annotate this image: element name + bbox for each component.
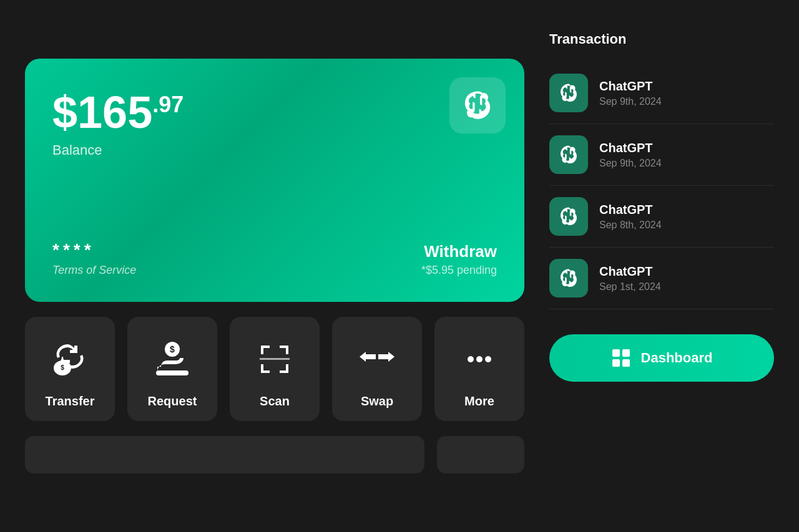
openai-logo-icon — [460, 88, 495, 123]
chatgpt-icon-1 — [549, 74, 588, 112]
terms-of-service: Terms of Service — [52, 264, 136, 277]
scan-icon — [250, 334, 300, 384]
tx-name-3: ChatGPT — [599, 203, 774, 217]
balance-amount: $165.97 — [52, 90, 497, 135]
tx-name-1: ChatGPT — [599, 79, 774, 94]
swap-label: Swap — [361, 394, 393, 409]
bottom-bar — [25, 436, 524, 473]
tx-name-4: ChatGPT — [599, 264, 774, 279]
svg-point-16 — [485, 356, 491, 362]
transaction-info-4: ChatGPT Sep 1st, 2024 — [599, 264, 774, 293]
transfer-icon: $ — [45, 334, 95, 384]
transaction-info-3: ChatGPT Sep 8th, 2024 — [599, 203, 774, 231]
chatgpt-icon-2 — [549, 135, 588, 174]
svg-rect-12 — [286, 364, 288, 373]
chatgpt-icon-3 — [549, 197, 588, 236]
request-button[interactable]: $ Request — [127, 317, 217, 421]
svg-rect-18 — [622, 349, 630, 357]
tx-date-1: Sep 9th, 2024 — [599, 96, 774, 107]
transfer-label: Transfer — [46, 394, 95, 409]
transactions-title: Transaction — [549, 31, 774, 47]
request-label: Request — [148, 394, 197, 409]
svg-text:$: $ — [170, 344, 175, 354]
more-icon — [454, 334, 504, 384]
chatgpt-icon-4 — [549, 259, 588, 297]
dashboard-button[interactable]: Dashboard — [549, 334, 774, 382]
more-button[interactable]: More — [434, 317, 524, 421]
swap-button[interactable]: Swap — [332, 317, 422, 421]
svg-text:$: $ — [61, 364, 64, 371]
dashboard-label: Dashboard — [641, 350, 713, 366]
table-row: ChatGPT Sep 1st, 2024 — [549, 248, 774, 309]
transfer-button[interactable]: $ Transfer — [25, 317, 115, 421]
transaction-info-1: ChatGPT Sep 9th, 2024 — [599, 79, 774, 107]
balance-card: $165.97 Balance **** Terms of Service Wi… — [25, 59, 524, 302]
transaction-info-2: ChatGPT Sep 9th, 2024 — [599, 141, 774, 169]
transaction-list: ChatGPT Sep 9th, 2024 ChatGPT Sep 9th, 2… — [549, 62, 774, 309]
svg-rect-17 — [612, 349, 620, 357]
tx-date-4: Sep 1st, 2024 — [599, 281, 774, 293]
balance-label: Balance — [52, 142, 497, 158]
withdraw-pending: *$5.95 pending — [421, 264, 497, 277]
bottom-bar-left — [25, 436, 424, 473]
table-row: ChatGPT Sep 9th, 2024 — [549, 62, 774, 124]
scan-label: Scan — [260, 394, 290, 409]
withdraw-label: Withdraw — [421, 242, 497, 261]
svg-rect-13 — [260, 358, 290, 360]
svg-point-15 — [476, 356, 483, 362]
tx-date-2: Sep 9th, 2024 — [599, 158, 774, 169]
bottom-bar-right — [437, 436, 524, 473]
action-buttons-row: $ Transfer $ Request — [25, 317, 524, 421]
card-logo — [449, 77, 506, 133]
swap-icon — [352, 334, 402, 384]
svg-rect-8 — [286, 346, 288, 354]
svg-rect-6 — [261, 346, 263, 354]
tx-date-3: Sep 8th, 2024 — [599, 220, 774, 231]
card-bottom: **** Terms of Service Withdraw *$5.95 pe… — [52, 240, 497, 277]
more-label: More — [464, 394, 494, 409]
svg-rect-19 — [612, 359, 620, 367]
svg-rect-4 — [156, 370, 189, 375]
dashboard-icon — [611, 348, 631, 368]
table-row: ChatGPT Sep 9th, 2024 — [549, 124, 774, 186]
table-row: ChatGPT Sep 8th, 2024 — [549, 186, 774, 248]
svg-point-14 — [468, 356, 474, 362]
left-panel: $165.97 Balance **** Terms of Service Wi… — [25, 59, 524, 473]
scan-button[interactable]: Scan — [230, 317, 320, 421]
request-icon: $ — [147, 334, 197, 384]
withdraw-section: Withdraw *$5.95 pending — [421, 242, 497, 277]
tx-name-2: ChatGPT — [599, 141, 774, 155]
svg-rect-10 — [261, 364, 263, 373]
right-panel: Transaction ChatGPT Sep 9th, 2024 ChatGP… — [549, 25, 774, 507]
card-pin: **** — [52, 240, 136, 260]
svg-rect-20 — [622, 359, 630, 367]
